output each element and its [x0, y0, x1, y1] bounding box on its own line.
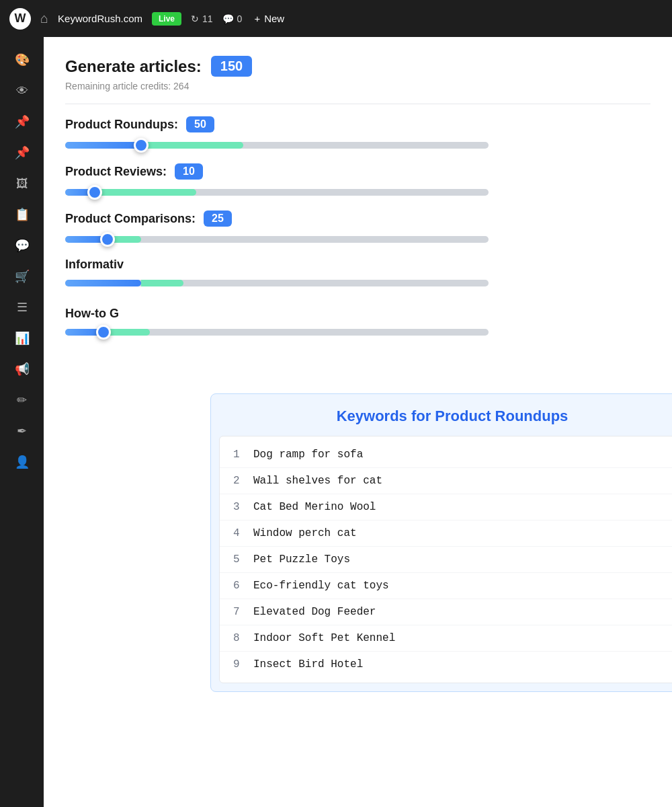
slider-green-fill	[141, 142, 243, 149]
sidebar-item-user[interactable]: 👤	[8, 450, 36, 474]
slider-thumb[interactable]	[134, 138, 149, 153]
keyword-panel-title: Keywords for Product Roundups	[337, 408, 569, 424]
sidebar-item-marketing[interactable]: 📢	[8, 357, 36, 381]
informative-title: Informativ	[65, 258, 650, 272]
product-reviews-header: Product Reviews: 10	[65, 163, 650, 180]
keyword-list-item: 7Elevated Dog Feeder	[220, 599, 672, 625]
keyword-text: Elevated Dog Feeder	[253, 606, 376, 618]
keyword-number: 1	[233, 449, 253, 461]
generate-title: Generate articles:	[65, 57, 202, 76]
keyword-number: 6	[233, 580, 253, 592]
keyword-number: 9	[233, 658, 253, 670]
keyword-list-item: 3Cat Bed Merino Wool	[220, 494, 672, 521]
sidebar-item-menu[interactable]: ☰	[8, 295, 36, 319]
sidebar-item-edit[interactable]: ✏	[8, 388, 36, 412]
product-roundups-badge: 50	[186, 116, 214, 132]
slider-thumb-comp[interactable]	[100, 232, 115, 247]
sidebar-item-woo[interactable]: 🛒	[8, 264, 36, 289]
live-badge: Live	[152, 12, 181, 26]
keyword-text: Pet Puzzle Toys	[253, 553, 350, 566]
sidebar: 🎨 👁 📌 📌 🖼 📋 💬 🛒 ☰ 📊 📢 ✏ ✒ 👤	[0, 37, 44, 807]
keyword-number: 8	[233, 632, 253, 644]
keyword-text: Insect Bird Hotel	[253, 658, 363, 670]
divider-1	[65, 104, 650, 104]
main-content: Generate articles: 150 Remaining article…	[44, 37, 672, 807]
informative-slider[interactable]	[65, 280, 489, 286]
keyword-panel-header: Keywords for Product Roundups	[211, 394, 672, 436]
updates-indicator[interactable]: ↻ 11	[191, 13, 213, 24]
howto-title: How-to G	[65, 307, 650, 321]
keyword-list-item: 8Indoor Soft Pet Kennel	[220, 625, 672, 652]
sidebar-item-comments[interactable]: 💬	[8, 233, 36, 258]
product-roundups-slider[interactable]	[65, 142, 489, 149]
sidebar-item-pages[interactable]: 📋	[8, 202, 36, 227]
home-icon[interactable]: ⌂	[40, 11, 48, 26]
product-reviews-badge: 10	[175, 163, 203, 180]
updates-icon: ↻	[191, 13, 199, 24]
slider-thumb-howto[interactable]	[96, 325, 111, 340]
keyword-text: Window perch cat	[253, 527, 357, 539]
howto-slider[interactable]	[65, 329, 489, 336]
keyword-text: Eco-friendly cat toys	[253, 580, 389, 592]
keyword-list-item: 9Insect Bird Hotel	[220, 652, 672, 677]
product-roundups-header: Product Roundups: 50	[65, 116, 650, 132]
keyword-list-item: 6Eco-friendly cat toys	[220, 573, 672, 599]
slider-green-fill-info	[141, 280, 183, 286]
product-comparisons-badge: 25	[204, 210, 232, 227]
keyword-panel: Keywords for Product Roundups 1Dog ramp …	[210, 393, 672, 692]
sidebar-item-dashboard[interactable]: 🎨	[8, 48, 36, 72]
sidebar-item-pin1[interactable]: 📌	[8, 110, 36, 134]
generate-section: Generate articles: 150	[65, 56, 650, 77]
comment-icon: 💬	[222, 13, 234, 24]
keyword-list-item: 5Pet Puzzle Toys	[220, 547, 672, 573]
howto-section: How-to G	[65, 307, 650, 336]
new-button[interactable]: + New	[254, 13, 284, 24]
product-comparisons-title: Product Comparisons:	[65, 212, 196, 226]
product-comparisons-header: Product Comparisons: 25	[65, 210, 650, 227]
keyword-list-item: 1Dog ramp for sofa	[220, 442, 672, 468]
keyword-number: 3	[233, 501, 253, 513]
keyword-text: Dog ramp for sofa	[253, 449, 363, 461]
updates-count: 11	[202, 13, 213, 24]
comments-indicator[interactable]: 💬 0	[222, 13, 243, 24]
slider-green-fill-reviews	[95, 189, 196, 196]
keyword-list-item: 4Window perch cat	[220, 521, 672, 547]
keyword-number: 4	[233, 527, 253, 539]
sidebar-item-write[interactable]: ✒	[8, 419, 36, 443]
sidebar-item-media[interactable]: 🖼	[8, 171, 36, 196]
comments-count: 0	[237, 13, 243, 24]
keyword-number: 5	[233, 553, 253, 566]
generate-count-badge: 150	[211, 56, 252, 77]
product-reviews-slider[interactable]	[65, 189, 489, 196]
product-comparisons-slider[interactable]	[65, 236, 489, 243]
product-reviews-title: Product Reviews:	[65, 165, 167, 179]
keyword-number: 2	[233, 475, 253, 487]
keyword-text: Cat Bed Merino Wool	[253, 501, 376, 513]
keyword-text: Indoor Soft Pet Kennel	[253, 632, 395, 644]
keyword-number: 7	[233, 606, 253, 618]
sidebar-item-analytics[interactable]: 📊	[8, 326, 36, 350]
wp-logo-icon[interactable]: W	[9, 8, 31, 30]
informative-section: Informativ	[65, 258, 650, 286]
product-roundups-title: Product Roundups:	[65, 118, 178, 132]
credits-text: Remaining article credits: 264	[65, 81, 650, 91]
topbar: W ⌂ KeywordRush.com Live ↻ 11 💬 0 + New	[0, 0, 672, 37]
slider-thumb-reviews[interactable]	[87, 185, 102, 200]
site-name: KeywordRush.com	[58, 13, 142, 24]
sidebar-item-pin2[interactable]: 📌	[8, 141, 36, 165]
keyword-list: 1Dog ramp for sofa2Wall shelves for cat3…	[219, 436, 672, 683]
slider-blue-fill	[65, 142, 141, 149]
plus-icon: +	[254, 13, 260, 24]
keyword-list-item: 2Wall shelves for cat	[220, 468, 672, 494]
slider-blue-fill-info	[65, 280, 141, 286]
sidebar-item-view[interactable]: 👁	[8, 79, 36, 103]
new-label: New	[264, 13, 284, 24]
keyword-text: Wall shelves for cat	[253, 475, 382, 487]
